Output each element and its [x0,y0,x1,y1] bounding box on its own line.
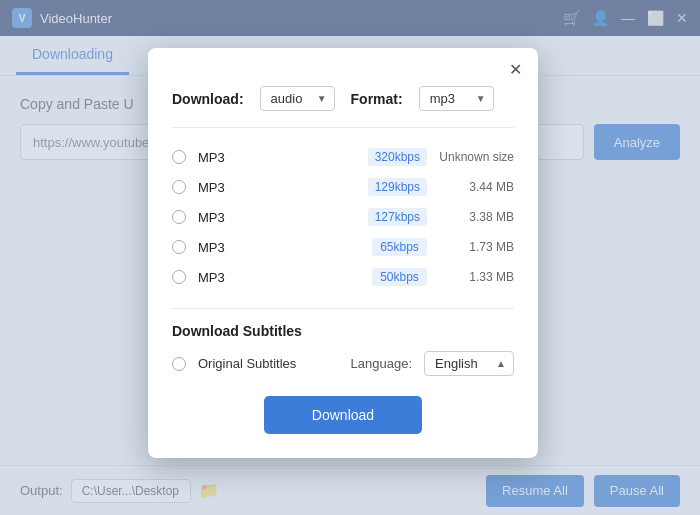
subtitles-section: Download Subtitles Original Subtitles La… [148,323,538,376]
modal-close-button[interactable]: ✕ [504,58,526,80]
language-label: Language: [351,356,412,371]
format-name-2: MP3 [198,210,238,225]
format-radio-3[interactable] [172,240,186,254]
original-subtitles-label: Original Subtitles [198,356,296,371]
subtitles-radio[interactable] [172,357,186,371]
app-window: V VideoHunter 🛒 👤 — ⬜ ✕ Downloading Copy… [0,0,700,515]
download-button[interactable]: Download [264,396,422,434]
format-name-1: MP3 [198,180,238,195]
modal-footer: Download [148,376,538,434]
modal-header: ✕ [148,48,538,86]
format-bitrate-3: 65kbps [372,238,427,256]
format-list: MP3 320kbps Unknown size MP3 129kbps 3.4… [148,142,538,292]
format-radio-0[interactable] [172,150,186,164]
format-bitrate-0: 320kbps [368,148,427,166]
download-options-row: Download: audio video ▼ Format: mp3 aac … [148,86,538,127]
download-options-label: Download: [172,91,244,107]
modal-dialog: ✕ Download: audio video ▼ Format: mp3 aa… [148,48,538,458]
language-select[interactable]: English French Spanish German Chinese [424,351,514,376]
format-bitrate-2: 127kbps [368,208,427,226]
format-radio-1[interactable] [172,180,186,194]
format-item-1: MP3 129kbps 3.44 MB [172,172,514,202]
subtitle-row: Original Subtitles Language: English Fre… [172,351,514,376]
format-item-3: MP3 65kbps 1.73 MB [172,232,514,262]
subtitles-title: Download Subtitles [172,323,514,339]
format-size-3: 1.73 MB [439,240,514,254]
format-item-0: MP3 320kbps Unknown size [172,142,514,172]
format-size-1: 3.44 MB [439,180,514,194]
format-name-0: MP3 [198,150,238,165]
download-type-select[interactable]: audio video [260,86,335,111]
language-select-wrapper: English French Spanish German Chinese ▲ [424,351,514,376]
format-size-2: 3.38 MB [439,210,514,224]
format-name-3: MP3 [198,240,238,255]
format-size-4: 1.33 MB [439,270,514,284]
format-label: Format: [351,91,403,107]
format-item-2: MP3 127kbps 3.38 MB [172,202,514,232]
download-type-select-wrapper: audio video ▼ [260,86,335,111]
format-bitrate-4: 50kbps [372,268,427,286]
format-name-4: MP3 [198,270,238,285]
divider-top [172,127,514,128]
format-radio-2[interactable] [172,210,186,224]
format-select-wrapper: mp3 aac wav ▼ [419,86,494,111]
divider-middle [172,308,514,309]
format-item-4: MP3 50kbps 1.33 MB [172,262,514,292]
format-size-0: Unknown size [439,150,514,164]
format-select[interactable]: mp3 aac wav [419,86,494,111]
format-radio-4[interactable] [172,270,186,284]
format-bitrate-1: 129kbps [368,178,427,196]
